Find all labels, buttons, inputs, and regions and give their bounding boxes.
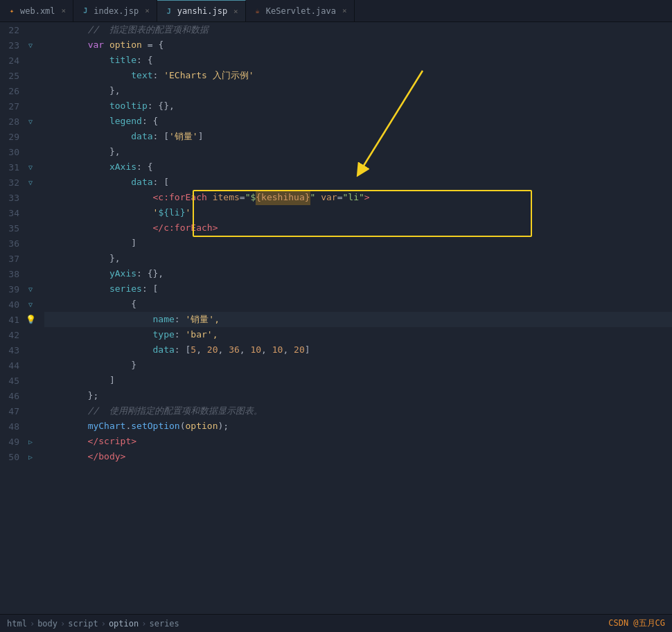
code-line-24: title: { (44, 53, 672, 68)
breadcrumb-sep-2: › (60, 619, 65, 629)
prop-title: title (109, 53, 136, 68)
line-num-49: 49 (0, 437, 25, 447)
gutter-icon-45 (25, 375, 36, 386)
code-line-29: data: ['销量'] (44, 129, 672, 144)
line-num-45: 45 (0, 376, 25, 386)
gutter-row-22: 22 (0, 22, 42, 37)
arg-option: option (186, 419, 218, 434)
plain-43f: , (261, 342, 272, 358)
line-num-26: 26 (0, 86, 25, 96)
attrval-items: "$ (245, 190, 256, 205)
code-line-26: }, (44, 83, 672, 98)
tab-web-xml-close[interactable]: × (62, 6, 67, 15)
plain-25b: : (153, 68, 164, 83)
tab-keservlet-java-close[interactable]: × (342, 6, 347, 15)
gutter-row-33: 33 (0, 190, 42, 205)
gutter-icon-43 (25, 344, 36, 356)
breadcrumb-script: script (68, 619, 98, 629)
str-sales-legend: '销量' (169, 129, 198, 144)
fold-icon-31[interactable]: ▽ (25, 161, 36, 173)
gutter-icon-44 (25, 360, 36, 371)
plain-31b: : { (136, 159, 152, 175)
bulb-icon-41[interactable]: 💡 (25, 314, 36, 325)
code-line-47: // 使用刚指定的配置项和数据显示图表。 (44, 403, 672, 419)
fn-setOption: setOption (131, 419, 179, 434)
tab-keservlet-java[interactable]: ☕ KeServlet.java × (246, 0, 355, 21)
line-num-37: 37 (0, 254, 25, 264)
plain-43d: , (218, 342, 229, 358)
tab-index-jsp-close[interactable]: × (145, 6, 150, 15)
gutter-row-42: 42 (0, 327, 42, 342)
gutter-icon-38 (25, 268, 36, 279)
plain-37: }, (44, 251, 121, 266)
line-num-22: 22 (0, 25, 25, 35)
line-num-39: 39 (0, 284, 25, 295)
plain-38a (44, 266, 109, 281)
plain-33e: = (337, 190, 343, 205)
code-area[interactable]: // 指定图表的配置项和数据 var option = { title: { t… (42, 22, 672, 614)
str-li2: ', (186, 205, 197, 220)
plain-43b: : [ (175, 342, 191, 358)
comment-22: // 指定图表的配置项和数据 (44, 22, 209, 37)
plain-24b: : { (136, 53, 152, 68)
breadcrumb-sep-4: › (141, 619, 146, 629)
line-num-33: 33 (0, 193, 25, 203)
plain-35a (44, 220, 153, 236)
code-line-22: // 指定图表的配置项和数据 (44, 22, 672, 37)
line-num-47: 47 (0, 406, 25, 416)
attr-items: items (213, 190, 240, 205)
code-line-41: name: '销量', (44, 312, 672, 327)
code-line-39: series: [ (44, 281, 672, 297)
plain-48c: ( (180, 419, 186, 434)
plain-48d: ); (218, 419, 229, 434)
line-num-32: 32 (0, 177, 25, 188)
tab-web-xml[interactable]: ✦ web.xml × (0, 0, 73, 21)
gutter-row-49: 49 ▷ (0, 434, 42, 449)
code-line-33: <c:forEach items="${keshihua}" var="li"> (44, 190, 672, 205)
xml-icon: ✦ (7, 6, 17, 16)
plain-28b: : { (142, 114, 158, 129)
line-num-23: 23 (0, 40, 25, 51)
gutter-row-36: 36 (0, 236, 42, 251)
fold-icon-28[interactable]: ▽ (25, 116, 36, 127)
code-line-42: type: 'bar', (44, 327, 672, 342)
tag-foreach-open: <c:forEach (153, 190, 207, 205)
plain-29c: ] (198, 129, 204, 144)
plain-33d (315, 190, 321, 205)
fold-icon-32[interactable]: ▽ (25, 177, 36, 188)
fold-icon-49[interactable]: ▷ (25, 436, 36, 447)
tab-yanshi-jsp[interactable]: J yanshi.jsp × (157, 0, 246, 21)
gutter-row-46: 46 (0, 388, 42, 403)
tab-yanshi-jsp-close[interactable]: × (233, 7, 238, 16)
plain-32b: : [ (153, 175, 169, 190)
fold-icon-50[interactable]: ▷ (25, 451, 36, 462)
gutter-icon-34 (25, 207, 36, 218)
breadcrumb-body: body (37, 619, 58, 629)
status-bar: html › body › script › option › series C… (0, 614, 672, 632)
plain-27b: : {}, (148, 98, 175, 114)
gutter-icon-22 (25, 24, 36, 35)
plain-24a (44, 53, 109, 68)
plain-48b: . (125, 419, 131, 434)
tab-index-jsp-label: index.jsp (94, 6, 139, 16)
plain-48a (44, 419, 88, 434)
gutter-icon-26 (25, 85, 36, 96)
tag-foreach-end: </c:forEach> (153, 220, 218, 236)
prop-text: text (131, 68, 152, 83)
fold-icon-40[interactable]: ▽ (25, 299, 36, 310)
prop-data-xaxis: data (131, 175, 152, 190)
gutter-icon-36 (25, 238, 36, 249)
fold-icon-23[interactable]: ▽ (25, 40, 36, 51)
line-num-30: 30 (0, 147, 25, 157)
plain-40: { (44, 297, 136, 312)
tag-script-close: </script> (44, 434, 136, 449)
code-line-34: '${li}', (44, 205, 672, 220)
gutter-row-50: 50 ▷ (0, 449, 42, 464)
num-20: 20 (207, 342, 218, 358)
gutter-row-23: 23 ▽ (0, 37, 42, 53)
plain-43a (44, 342, 153, 358)
tab-index-jsp[interactable]: J index.jsp × (73, 0, 157, 21)
code-line-32: data: [ (44, 175, 672, 190)
plain-29a (44, 129, 131, 144)
fold-icon-39[interactable]: ▽ (25, 283, 36, 295)
